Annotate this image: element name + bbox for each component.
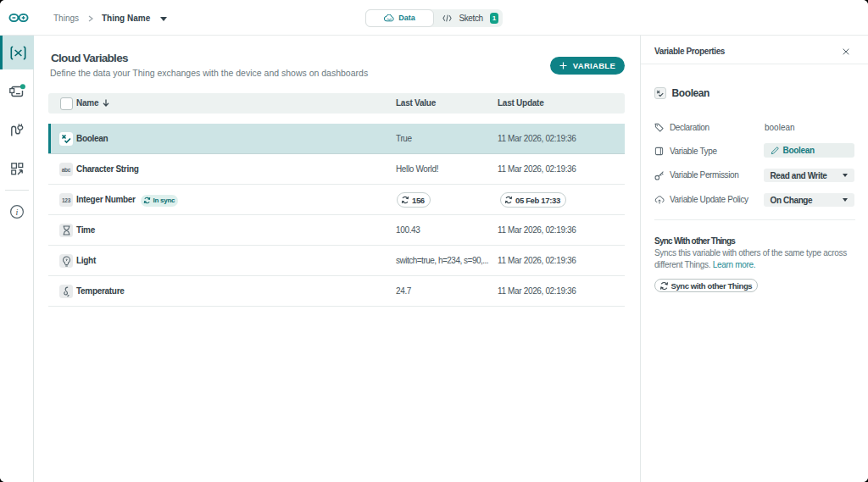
svg-text:i: i bbox=[16, 208, 19, 217]
